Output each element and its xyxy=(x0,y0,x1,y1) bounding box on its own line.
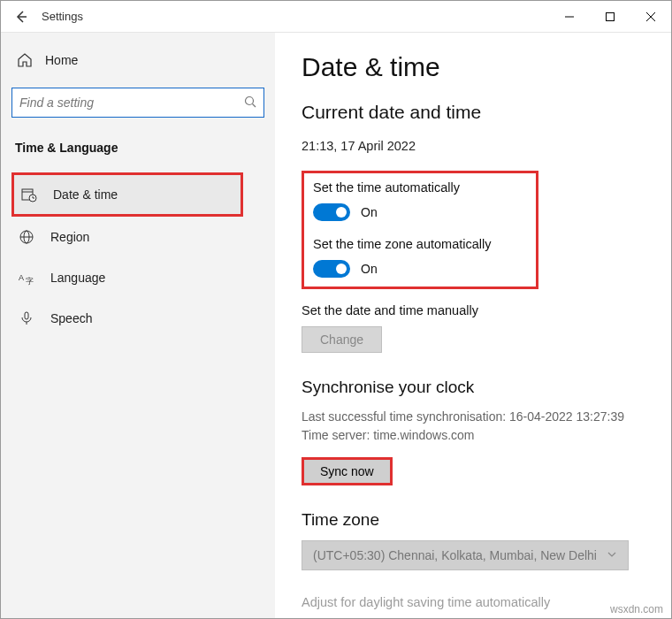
search-box[interactable] xyxy=(11,88,264,118)
svg-rect-2 xyxy=(607,12,615,20)
page-title: Date & time xyxy=(302,52,645,82)
globe-icon xyxy=(19,229,34,245)
set-zone-auto-state: On xyxy=(361,262,378,276)
sidebar-item-language[interactable]: A字 Language xyxy=(11,257,264,298)
sidebar-item-label: Speech xyxy=(50,311,92,325)
category-heading: Time & Language xyxy=(11,141,264,155)
svg-rect-17 xyxy=(25,312,28,319)
dst-label: Adjust for daylight saving time automati… xyxy=(302,595,645,609)
timezone-heading: Time zone xyxy=(302,510,645,530)
home-label: Home xyxy=(45,53,78,67)
close-button[interactable] xyxy=(630,1,671,32)
clock-calendar-icon xyxy=(21,187,37,203)
timezone-value: (UTC+05:30) Chennai, Kolkata, Mumbai, Ne… xyxy=(313,548,597,562)
sync-last-text: Last successful time synchronisation: 16… xyxy=(302,408,645,426)
set-time-auto-state: On xyxy=(361,205,378,219)
maximize-icon xyxy=(605,11,615,22)
auto-settings-group: Set the time automatically On Set the ti… xyxy=(302,171,538,289)
set-time-auto-toggle[interactable] xyxy=(313,203,350,221)
set-zone-auto-toggle[interactable] xyxy=(313,260,350,278)
sync-server-text: Time server: time.windows.com xyxy=(302,426,645,445)
sidebar-item-label: Language xyxy=(50,271,105,285)
change-button: Change xyxy=(302,326,382,353)
microphone-icon xyxy=(19,310,34,326)
home-link[interactable]: Home xyxy=(11,49,264,72)
maximize-button[interactable] xyxy=(590,1,630,32)
window-title: Settings xyxy=(42,10,549,23)
watermark: wsxdn.com xyxy=(610,603,663,615)
manual-set-label: Set the date and time manually xyxy=(302,303,645,317)
sidebar-nav: Date & time Region A字 Language xyxy=(11,172,264,339)
svg-text:字: 字 xyxy=(26,277,34,286)
set-time-auto-label: Set the time automatically xyxy=(313,180,527,195)
current-datetime: 21:13, 17 April 2022 xyxy=(302,139,645,153)
svg-line-6 xyxy=(253,103,256,107)
main-panel: Date & time Current date and time 21:13,… xyxy=(275,33,671,618)
back-button[interactable] xyxy=(1,1,42,32)
section-current-heading: Current date and time xyxy=(302,102,645,123)
language-icon: A字 xyxy=(19,270,34,286)
sidebar-item-date-time[interactable]: Date & time xyxy=(11,172,243,217)
timezone-dropdown: (UTC+05:30) Chennai, Kolkata, Mumbai, Ne… xyxy=(302,540,629,570)
svg-point-5 xyxy=(246,96,254,104)
search-input[interactable] xyxy=(19,96,244,110)
sidebar-item-speech[interactable]: Speech xyxy=(11,298,264,339)
sync-now-button[interactable]: Sync now xyxy=(302,457,393,485)
back-arrow-icon xyxy=(14,10,28,24)
sidebar-item-region[interactable]: Region xyxy=(11,217,264,257)
sync-heading: Synchronise your clock xyxy=(302,378,645,397)
minimize-icon xyxy=(564,11,575,22)
minimize-button[interactable] xyxy=(549,1,590,32)
home-icon xyxy=(17,52,33,68)
sidebar: Home Time & Language Date & time xyxy=(1,33,275,618)
sidebar-item-label: Date & time xyxy=(53,187,118,202)
sidebar-item-label: Region xyxy=(50,230,89,244)
svg-text:A: A xyxy=(19,273,24,282)
close-icon xyxy=(645,11,656,22)
titlebar: Settings xyxy=(1,1,671,33)
sync-info: Last successful time synchronisation: 16… xyxy=(302,408,645,445)
set-zone-auto-label: Set the time zone automatically xyxy=(313,237,527,251)
chevron-down-icon xyxy=(607,548,617,562)
search-icon xyxy=(244,96,256,111)
